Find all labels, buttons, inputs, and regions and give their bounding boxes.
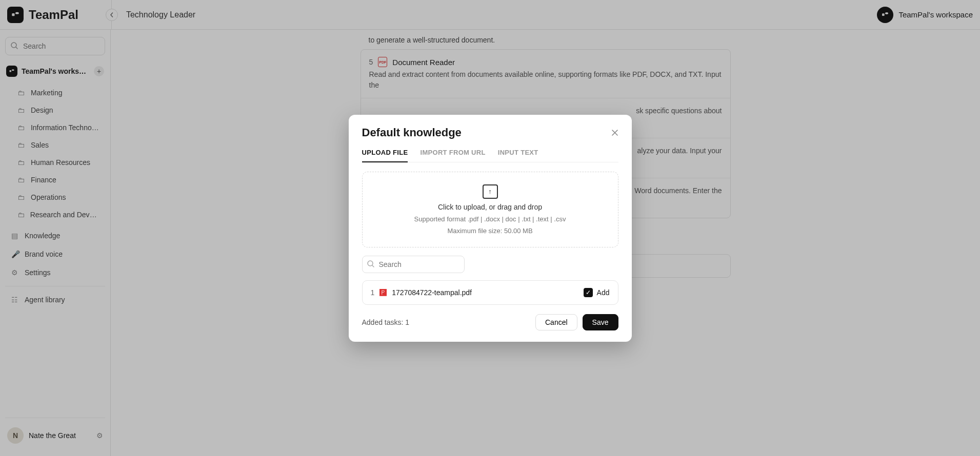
default-knowledge-modal: Default knowledge UPLOAD FILE IMPORT FRO… (349, 115, 632, 342)
modal-search-input[interactable] (362, 256, 465, 273)
dropzone-maxsize: Maximum file size: 50.00 MB (447, 227, 532, 235)
dropzone-formats: Supported format .pdf | .docx | doc | .t… (414, 215, 566, 223)
file-list-item: 1 🅿 1727084722-teampal.pdf ✓ Add (362, 280, 618, 305)
add-file-checkbox[interactable]: ✓ Add (584, 288, 610, 297)
tab-upload-file[interactable]: UPLOAD FILE (362, 149, 408, 162)
modal-search[interactable] (362, 256, 465, 273)
file-name: 1727084722-teampal.pdf (392, 288, 472, 297)
added-tasks-count: Added tasks: 1 (362, 318, 410, 326)
tab-import-url[interactable]: IMPORT FROM URL (420, 149, 485, 162)
svg-line-9 (372, 265, 374, 267)
save-button[interactable]: Save (583, 314, 618, 330)
file-number: 1 (371, 288, 375, 297)
upload-icon (483, 184, 498, 199)
upload-dropzone[interactable]: Click to upload, or drag and drop Suppor… (362, 172, 618, 247)
add-label: Add (597, 288, 610, 297)
modal-tabs: UPLOAD FILE IMPORT FROM URL INPUT TEXT (362, 149, 618, 162)
cancel-button[interactable]: Cancel (535, 314, 577, 330)
close-icon (611, 129, 618, 136)
pdf-icon: 🅿 (379, 288, 387, 297)
modal-title: Default knowledge (362, 126, 462, 139)
tab-input-text[interactable]: INPUT TEXT (498, 149, 538, 162)
modal-overlay: Default knowledge UPLOAD FILE IMPORT FRO… (0, 0, 980, 456)
close-button[interactable] (611, 129, 618, 136)
dropzone-title: Click to upload, or drag and drop (438, 203, 542, 211)
checkbox-checked-icon: ✓ (584, 288, 593, 297)
search-icon (367, 260, 375, 268)
